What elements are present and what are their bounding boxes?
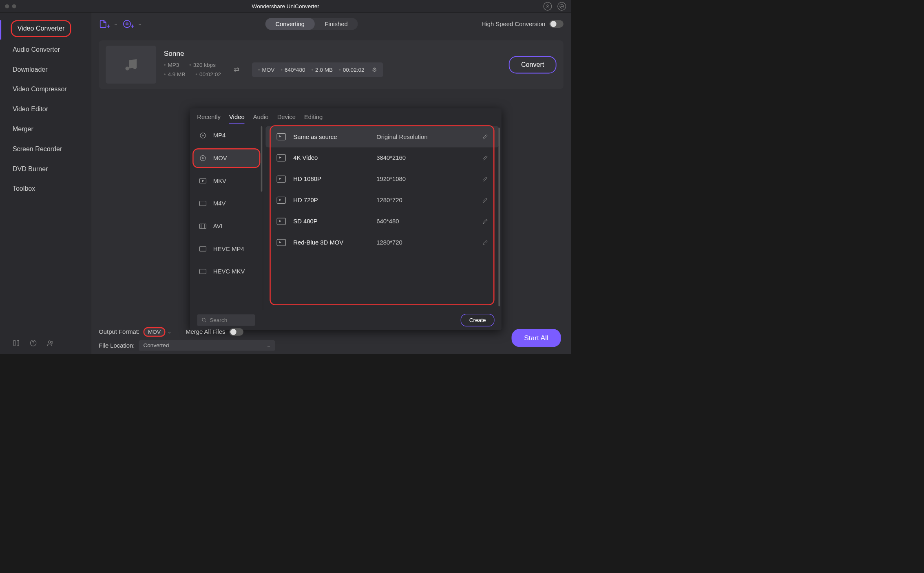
- format-item-avi[interactable]: AVI: [190, 215, 263, 238]
- community-icon[interactable]: [47, 339, 54, 346]
- swap-icon: ⇄: [234, 66, 239, 74]
- format-label: HEVC MKV: [213, 268, 245, 275]
- resolution-panel: Same as source Original Resolution 4K Vi…: [263, 124, 502, 310]
- resolution-item-720p[interactable]: HD 720P 1280*720: [265, 190, 499, 211]
- close-window-icon[interactable]: [5, 4, 9, 8]
- tab-finished[interactable]: Finished: [315, 18, 358, 30]
- tab-video[interactable]: Video: [229, 113, 245, 124]
- app-title: Wondershare UniConverter: [252, 3, 319, 9]
- hevc-icon: [199, 245, 207, 253]
- svg-rect-17: [200, 247, 206, 251]
- search-placeholder: Search: [210, 317, 227, 323]
- file-thumbnail[interactable]: [106, 46, 157, 84]
- start-all-button[interactable]: Start All: [511, 329, 561, 347]
- guide-icon[interactable]: [13, 339, 20, 346]
- add-file-button[interactable]: + ⌄: [99, 20, 117, 28]
- svg-point-0: [547, 4, 548, 6]
- resolution-name: HD 1080P: [293, 176, 369, 183]
- m4v-icon: [199, 199, 207, 208]
- output-format-select[interactable]: MOV: [144, 327, 165, 337]
- dst-duration: 00:02:02: [339, 66, 365, 73]
- format-label: HEVC MP4: [213, 245, 244, 252]
- sidebar-item-video-editor[interactable]: Video Editor: [0, 99, 91, 119]
- film-icon: [199, 222, 207, 230]
- svg-rect-18: [200, 269, 206, 274]
- resolution-size: 1280*720: [376, 197, 475, 204]
- sidebar-item-merger[interactable]: Merger: [0, 119, 91, 139]
- sidebar-item-dvd-burner[interactable]: DVD Burner: [0, 159, 91, 179]
- format-item-mp4[interactable]: MP4: [190, 124, 263, 147]
- src-format: MP3: [164, 62, 179, 68]
- window-controls[interactable]: [5, 4, 16, 8]
- main-panel: + ⌄ + ⌄ Converting Finished High Speed C…: [91, 13, 571, 354]
- format-label: MP4: [213, 132, 226, 139]
- format-label: AVI: [213, 223, 223, 229]
- format-item-hevc-mkv[interactable]: HEVC MKV: [190, 260, 263, 283]
- format-list[interactable]: MP4 MOV MKV M4V: [190, 124, 263, 310]
- dst-size: 2.0 MB: [311, 66, 333, 73]
- output-preview[interactable]: MOV 640*480 2.0 MB 00:02:02 ⚙: [252, 62, 383, 77]
- edit-icon[interactable]: [482, 240, 488, 245]
- tab-converting[interactable]: Converting: [265, 18, 315, 30]
- svg-point-10: [200, 156, 206, 161]
- tab-audio[interactable]: Audio: [253, 113, 269, 124]
- chevron-down-icon[interactable]: ⌄: [168, 329, 171, 335]
- svg-point-5: [51, 342, 53, 343]
- tab-editing[interactable]: Editing: [304, 113, 323, 124]
- edit-icon[interactable]: [482, 198, 488, 203]
- video-preset-icon: [277, 197, 286, 204]
- svg-line-20: [205, 321, 206, 322]
- edit-icon[interactable]: [482, 155, 488, 161]
- svg-point-7: [126, 23, 128, 25]
- edit-icon[interactable]: [482, 176, 488, 182]
- chevron-down-icon: ⌄: [114, 21, 117, 27]
- edit-icon[interactable]: [482, 218, 488, 224]
- resolution-item-4k[interactable]: 4K Video 3840*2160: [265, 148, 499, 169]
- tab-device[interactable]: Device: [277, 113, 296, 124]
- titlebar: Wondershare UniConverter: [0, 0, 571, 13]
- format-item-mov[interactable]: MOV: [192, 148, 260, 168]
- format-label: M4V: [213, 200, 226, 207]
- minimize-window-icon[interactable]: [12, 4, 16, 8]
- output-format-value: MOV: [148, 328, 161, 335]
- sidebar-item-video-converter[interactable]: Video Converter: [0, 20, 91, 40]
- sidebar-item-downloader[interactable]: Downloader: [0, 60, 91, 79]
- resolution-name: 4K Video: [293, 154, 369, 161]
- gear-icon[interactable]: ⚙: [372, 66, 377, 73]
- src-size: 4.9 MB: [164, 71, 186, 77]
- feedback-icon[interactable]: [557, 2, 566, 11]
- account-icon[interactable]: [543, 2, 552, 11]
- svg-rect-13: [200, 201, 206, 206]
- svg-point-9: [202, 135, 203, 136]
- sidebar-item-audio-converter[interactable]: Audio Converter: [0, 40, 91, 60]
- resolution-item-same[interactable]: Same as source Original Resolution: [265, 126, 499, 148]
- resolution-item-480p[interactable]: SD 480P 640*480: [265, 211, 499, 232]
- tab-recently[interactable]: Recently: [197, 113, 221, 124]
- svg-point-6: [124, 20, 131, 28]
- chevron-down-icon: ⌄: [267, 343, 270, 348]
- sidebar-item-screen-recorder[interactable]: Screen Recorder: [0, 139, 91, 159]
- resolution-item-3d[interactable]: Red-Blue 3D MOV 1280*720: [265, 232, 499, 253]
- svg-point-8: [200, 133, 206, 138]
- scrollbar[interactable]: [498, 128, 500, 306]
- format-item-mkv[interactable]: MKV: [190, 170, 263, 192]
- video-preset-icon: [277, 133, 286, 140]
- edit-icon[interactable]: [482, 134, 488, 140]
- high-speed-toggle[interactable]: [549, 20, 564, 28]
- merge-toggle[interactable]: [229, 328, 243, 336]
- sidebar-item-toolbox[interactable]: Toolbox: [0, 179, 91, 199]
- video-preset-icon: [277, 218, 286, 225]
- format-item-m4v[interactable]: M4V: [190, 192, 263, 215]
- resolution-item-1080p[interactable]: HD 1080P 1920*1080: [265, 168, 499, 190]
- sidebar-item-video-compressor[interactable]: Video Compressor: [0, 79, 91, 99]
- format-label: MKV: [213, 177, 226, 184]
- help-icon[interactable]: [30, 339, 37, 346]
- add-dvd-button[interactable]: + ⌄: [123, 20, 141, 28]
- convert-button[interactable]: Convert: [509, 56, 557, 74]
- dst-resolution: 640*480: [281, 66, 305, 73]
- format-item-hevc-mp4[interactable]: HEVC MP4: [190, 238, 263, 260]
- svg-point-11: [202, 158, 203, 159]
- file-location-value: Converted: [143, 342, 169, 349]
- file-location-select[interactable]: Converted ⌄: [139, 340, 275, 351]
- scrollbar[interactable]: [261, 126, 263, 192]
